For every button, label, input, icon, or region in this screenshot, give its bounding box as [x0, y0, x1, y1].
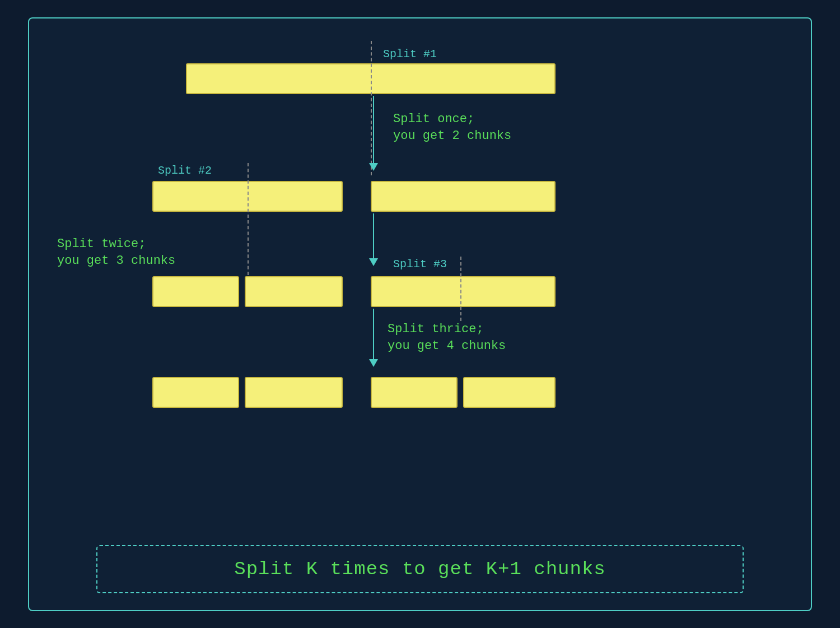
chunk-bar-row4-4 — [463, 377, 556, 408]
arrow1-shaft — [373, 96, 374, 163]
arrow1 — [369, 96, 378, 171]
split3-line — [460, 257, 461, 321]
chunk-bar-row4-1 — [152, 377, 239, 408]
arrow3 — [369, 309, 378, 367]
split1-label: Split #1 — [383, 46, 437, 62]
split-once-label: Split once; you get 2 chunks — [393, 111, 511, 146]
arrow2 — [369, 213, 378, 266]
arrow2-head — [369, 258, 378, 266]
chunk-bar-row3-2 — [245, 276, 343, 307]
chunk-bar-row2-right — [371, 181, 556, 212]
arrow2-shaft — [373, 213, 374, 258]
chunk-bar-row3-1 — [152, 276, 239, 307]
diagram-container: Split #1 Split once; you get 2 chunks Sp… — [28, 17, 812, 611]
split-twice-label: Split twice; you get 3 chunks — [57, 236, 175, 271]
chunk-bar-row3-3 — [371, 276, 556, 307]
split2-line — [248, 163, 249, 275]
split3-label: Split #3 — [393, 257, 447, 272]
arrow3-shaft — [373, 309, 374, 359]
arrow1-head — [369, 163, 378, 171]
chunk-bar-row4-3 — [371, 377, 458, 408]
bottom-summary-box: Split K times to get K+1 chunks — [96, 545, 744, 593]
bottom-summary-text: Split K times to get K+1 chunks — [234, 559, 606, 580]
chunk-bar-row4-2 — [245, 377, 343, 408]
split-thrice-label: Split thrice; you get 4 chunks — [388, 321, 506, 356]
split2-label: Split #2 — [158, 163, 212, 179]
arrow3-head — [369, 359, 378, 367]
